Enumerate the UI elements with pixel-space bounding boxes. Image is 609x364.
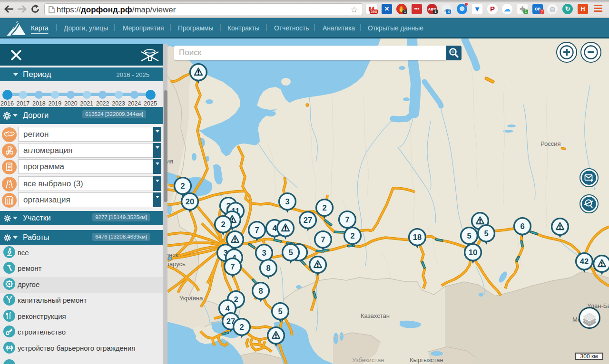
svg-text:10: 10 (469, 248, 477, 257)
svg-text:Россия: Россия (540, 140, 561, 147)
svg-text:5: 5 (484, 229, 488, 238)
svg-text:6: 6 (520, 222, 524, 230)
svg-text:5: 5 (278, 307, 282, 316)
svg-text:4: 4 (225, 304, 230, 313)
svg-text:5: 5 (288, 248, 293, 257)
svg-text:2: 2 (322, 203, 326, 212)
svg-text:3: 3 (285, 197, 289, 206)
svg-text:5: 5 (467, 231, 471, 240)
svg-text:Казахстан: Казахстан (361, 312, 390, 319)
svg-text:8: 8 (258, 287, 263, 295)
svg-text:7: 7 (255, 226, 259, 234)
svg-text:8: 8 (266, 264, 270, 272)
svg-text:7: 7 (321, 235, 325, 244)
svg-text:Кыргызстан: Кыргызстан (410, 356, 443, 364)
svg-text:7: 7 (230, 262, 235, 271)
svg-text:18: 18 (413, 233, 422, 241)
svg-text:3: 3 (262, 249, 266, 257)
svg-text:20: 20 (186, 197, 194, 206)
svg-text:2: 2 (350, 231, 354, 240)
svg-text:2: 2 (221, 220, 225, 229)
svg-text:27: 27 (304, 216, 312, 224)
svg-text:42: 42 (580, 257, 589, 266)
svg-text:2: 2 (239, 323, 244, 331)
svg-text:Украина: Украина (179, 295, 203, 302)
svg-text:Узбекистан: Узбекистан (352, 356, 384, 364)
svg-text:2: 2 (180, 182, 185, 190)
svg-text:7: 7 (345, 215, 349, 224)
svg-text:2: 2 (234, 295, 238, 304)
